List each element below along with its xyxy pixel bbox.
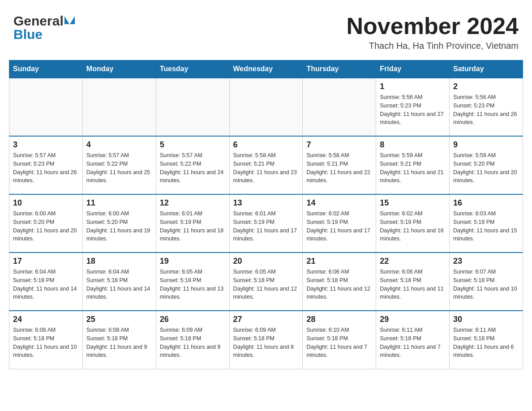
table-row: 22Sunrise: 6:06 AM Sunset: 5:18 PM Dayli…: [376, 253, 450, 311]
table-row: 3Sunrise: 5:57 AM Sunset: 5:23 PM Daylig…: [9, 136, 83, 194]
col-monday: Monday: [82, 60, 156, 78]
table-row: 24Sunrise: 6:08 AM Sunset: 5:18 PM Dayli…: [9, 311, 83, 369]
day-info: Sunrise: 6:06 AM Sunset: 5:18 PM Dayligh…: [306, 268, 372, 301]
day-info: Sunrise: 6:05 AM Sunset: 5:18 PM Dayligh…: [233, 268, 299, 301]
table-row: 2Sunrise: 5:56 AM Sunset: 5:23 PM Daylig…: [450, 78, 523, 136]
col-tuesday: Tuesday: [156, 60, 229, 78]
day-number: 5: [160, 140, 226, 150]
table-row: 16Sunrise: 6:03 AM Sunset: 5:19 PM Dayli…: [450, 194, 523, 253]
day-info: Sunrise: 5:59 AM Sunset: 5:20 PM Dayligh…: [453, 151, 519, 185]
day-info: Sunrise: 6:11 AM Sunset: 5:18 PM Dayligh…: [380, 326, 446, 360]
month-year-title: November 2024: [347, 13, 519, 39]
day-info: Sunrise: 5:58 AM Sunset: 5:21 PM Dayligh…: [306, 151, 372, 185]
logo-blue-text: Blue: [13, 27, 43, 42]
day-number: 2: [453, 82, 519, 91]
day-number: 22: [380, 257, 446, 266]
day-number: 15: [380, 198, 446, 208]
table-row: [229, 78, 303, 136]
day-info: Sunrise: 5:56 AM Sunset: 5:23 PM Dayligh…: [453, 93, 519, 127]
day-number: 28: [306, 315, 372, 324]
col-sunday: Sunday: [9, 60, 83, 78]
table-row: 14Sunrise: 6:02 AM Sunset: 5:19 PM Dayli…: [303, 194, 376, 253]
table-row: 15Sunrise: 6:02 AM Sunset: 5:19 PM Dayli…: [376, 194, 450, 253]
day-number: 8: [380, 140, 446, 150]
day-number: 30: [453, 315, 519, 324]
col-saturday: Saturday: [450, 60, 523, 78]
table-row: 4Sunrise: 5:57 AM Sunset: 5:22 PM Daylig…: [82, 136, 156, 194]
col-wednesday: Wednesday: [229, 60, 303, 78]
day-number: 1: [380, 82, 446, 91]
day-number: 16: [453, 198, 519, 208]
day-number: 9: [453, 140, 519, 150]
logo-general-text: General: [13, 13, 64, 29]
table-row: 11Sunrise: 6:00 AM Sunset: 5:20 PM Dayli…: [82, 194, 156, 253]
table-row: [82, 78, 156, 136]
day-info: Sunrise: 5:56 AM Sunset: 5:23 PM Dayligh…: [380, 93, 446, 127]
table-row: [156, 78, 229, 136]
table-row: 12Sunrise: 6:01 AM Sunset: 5:19 PM Dayli…: [156, 194, 229, 253]
table-row: 9Sunrise: 5:59 AM Sunset: 5:20 PM Daylig…: [450, 136, 523, 194]
day-number: 7: [306, 140, 372, 150]
day-number: 12: [160, 198, 226, 208]
table-row: 8Sunrise: 5:59 AM Sunset: 5:21 PM Daylig…: [376, 136, 450, 194]
table-row: 26Sunrise: 6:09 AM Sunset: 5:18 PM Dayli…: [156, 311, 229, 369]
day-info: Sunrise: 6:01 AM Sunset: 5:19 PM Dayligh…: [233, 210, 299, 243]
day-info: Sunrise: 5:59 AM Sunset: 5:21 PM Dayligh…: [380, 151, 446, 185]
table-row: 6Sunrise: 5:58 AM Sunset: 5:21 PM Daylig…: [229, 136, 303, 194]
table-row: 20Sunrise: 6:05 AM Sunset: 5:18 PM Dayli…: [229, 253, 303, 311]
day-number: 17: [13, 257, 79, 266]
table-row: 7Sunrise: 5:58 AM Sunset: 5:21 PM Daylig…: [303, 136, 376, 194]
day-number: 6: [233, 140, 299, 150]
table-row: 18Sunrise: 6:04 AM Sunset: 5:18 PM Dayli…: [82, 253, 156, 311]
calendar-week-row: 1Sunrise: 5:56 AM Sunset: 5:23 PM Daylig…: [9, 78, 523, 136]
day-info: Sunrise: 6:09 AM Sunset: 5:18 PM Dayligh…: [160, 326, 226, 360]
table-row: 21Sunrise: 6:06 AM Sunset: 5:18 PM Dayli…: [303, 253, 376, 311]
day-number: 4: [86, 140, 152, 150]
calendar-header-row: Sunday Monday Tuesday Wednesday Thursday…: [9, 60, 523, 78]
day-number: 29: [380, 315, 446, 324]
table-row: [9, 78, 83, 136]
title-section: November 2024 Thach Ha, Ha Tinh Province…: [347, 13, 519, 51]
day-number: 20: [233, 257, 299, 266]
day-number: 3: [13, 140, 79, 150]
day-info: Sunrise: 6:03 AM Sunset: 5:19 PM Dayligh…: [453, 210, 519, 243]
day-number: 14: [306, 198, 372, 208]
table-row: 13Sunrise: 6:01 AM Sunset: 5:19 PM Dayli…: [229, 194, 303, 253]
logo-triangle-icon: [64, 16, 69, 24]
calendar-week-row: 17Sunrise: 6:04 AM Sunset: 5:18 PM Dayli…: [9, 253, 523, 311]
day-number: 24: [13, 315, 79, 324]
calendar-week-row: 10Sunrise: 6:00 AM Sunset: 5:20 PM Dayli…: [9, 194, 523, 253]
table-row: 30Sunrise: 6:11 AM Sunset: 5:18 PM Dayli…: [450, 311, 523, 369]
day-info: Sunrise: 5:57 AM Sunset: 5:22 PM Dayligh…: [160, 151, 226, 185]
table-row: 23Sunrise: 6:07 AM Sunset: 5:18 PM Dayli…: [450, 253, 523, 311]
day-info: Sunrise: 6:02 AM Sunset: 5:19 PM Dayligh…: [380, 210, 446, 243]
day-info: Sunrise: 5:57 AM Sunset: 5:22 PM Dayligh…: [86, 151, 152, 185]
location-subtitle: Thach Ha, Ha Tinh Province, Vietnam: [347, 41, 519, 51]
calendar-week-row: 24Sunrise: 6:08 AM Sunset: 5:18 PM Dayli…: [9, 311, 523, 369]
day-info: Sunrise: 6:05 AM Sunset: 5:18 PM Dayligh…: [160, 268, 226, 301]
day-number: 13: [233, 198, 299, 208]
day-number: 21: [306, 257, 372, 266]
day-info: Sunrise: 6:07 AM Sunset: 5:18 PM Dayligh…: [453, 268, 519, 301]
table-row: 28Sunrise: 6:10 AM Sunset: 5:18 PM Dayli…: [303, 311, 376, 369]
day-info: Sunrise: 6:02 AM Sunset: 5:19 PM Dayligh…: [306, 210, 372, 243]
day-info: Sunrise: 5:58 AM Sunset: 5:21 PM Dayligh…: [233, 151, 299, 185]
table-row: 19Sunrise: 6:05 AM Sunset: 5:18 PM Dayli…: [156, 253, 229, 311]
day-info: Sunrise: 6:08 AM Sunset: 5:18 PM Dayligh…: [86, 326, 152, 360]
table-row: 25Sunrise: 6:08 AM Sunset: 5:18 PM Dayli…: [82, 311, 156, 369]
day-info: Sunrise: 6:09 AM Sunset: 5:18 PM Dayligh…: [233, 326, 299, 360]
day-info: Sunrise: 6:01 AM Sunset: 5:19 PM Dayligh…: [160, 210, 226, 243]
day-info: Sunrise: 6:08 AM Sunset: 5:18 PM Dayligh…: [13, 326, 79, 360]
day-info: Sunrise: 6:00 AM Sunset: 5:20 PM Dayligh…: [86, 210, 152, 243]
col-friday: Friday: [376, 60, 450, 78]
day-number: 19: [160, 257, 226, 266]
table-row: 17Sunrise: 6:04 AM Sunset: 5:18 PM Dayli…: [9, 253, 83, 311]
day-number: 23: [453, 257, 519, 266]
calendar-week-row: 3Sunrise: 5:57 AM Sunset: 5:23 PM Daylig…: [9, 136, 523, 194]
day-info: Sunrise: 6:06 AM Sunset: 5:18 PM Dayligh…: [380, 268, 446, 301]
calendar-table: Sunday Monday Tuesday Wednesday Thursday…: [9, 60, 523, 369]
logo: General Blue: [13, 13, 75, 42]
day-number: 11: [86, 198, 152, 208]
table-row: 1Sunrise: 5:56 AM Sunset: 5:23 PM Daylig…: [376, 78, 450, 136]
table-row: 5Sunrise: 5:57 AM Sunset: 5:22 PM Daylig…: [156, 136, 229, 194]
